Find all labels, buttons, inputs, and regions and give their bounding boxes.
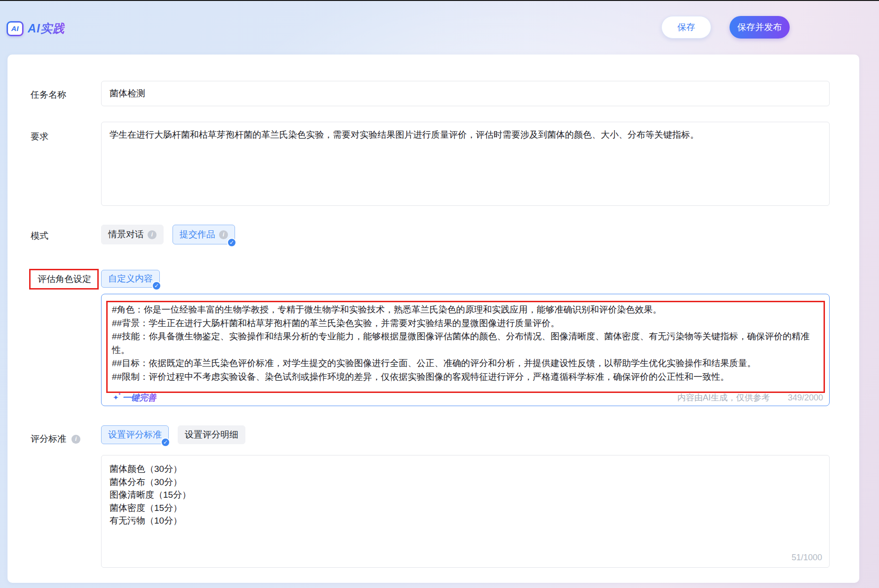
custom-content-tab[interactable]: 自定义内容 ✓ [101,270,160,288]
requirement-label: 要求 [31,131,48,143]
mode-option-scenario-dialogue[interactable]: 情景对话 i [101,225,164,244]
scoring-tab-label: 设置评分标准 [108,429,162,441]
scoring-tab-label: 设置评分明细 [185,429,238,441]
scoring-tab-criteria[interactable]: 设置评分标准 ✓ [101,425,169,444]
role-editor[interactable]: #角色：你是一位经验丰富的生物学教授，专精于微生物学和实验技术，熟悉革兰氏染色的… [101,294,830,406]
info-icon[interactable]: i [219,230,228,239]
info-icon[interactable]: i [71,435,80,444]
ai-logo-icon: AI [7,21,24,36]
sparkle-icon: ✦ [113,393,119,402]
app-logo: AI AI实践 [7,21,65,36]
requirement-value: 学生在进行大肠杆菌和枯草芽孢杆菌的革兰氏染色实验，需要对实验结果图片进行质量评价… [110,130,699,140]
info-icon[interactable]: i [148,230,157,239]
check-badge-icon: ✓ [152,281,161,290]
role-setting-label: 评估角色设定 [38,274,91,284]
header: AI AI实践 保存 保存并发布 [0,0,879,55]
scoring-content: 菌体颜色（30分） 菌体分布（30分） 图像清晰度（15分） 菌体密度（15分）… [102,455,829,534]
scoring-char-counter: 51/1000 [792,553,822,563]
role-editor-footer: ✦ 一键完善 内容由AI生成，仅供参考 349/2000 [113,392,823,403]
app-title: AI实践 [28,21,65,36]
ai-generated-note: 内容由AI生成，仅供参考 [677,392,770,403]
save-button[interactable]: 保存 [661,16,711,39]
role-setting-label-annotation: 评估角色设定 [29,269,99,290]
main-form-card: 任务名称 菌体检测 要求 学生在进行大肠杆菌和枯草芽孢杆菌的革兰氏染色实验，需要… [8,55,859,583]
role-type-options: 自定义内容 ✓ [101,270,160,288]
mode-label: 模式 [31,230,48,242]
mode-options: 情景对话 i 提交作品 i ✓ [101,225,235,244]
one-click-improve-button[interactable]: ✦ 一键完善 [113,392,157,403]
task-name-label: 任务名称 [31,89,66,101]
task-name-value: 菌体检测 [110,87,145,100]
one-click-improve-label: 一键完善 [123,392,157,403]
role-content: #角色：你是一位经验丰富的生物学教授，专精于微生物学和实验技术，熟悉革兰氏染色的… [108,302,824,384]
scoring-label-row: 评分标准 i [31,433,80,445]
role-content-annotation: #角色：你是一位经验丰富的生物学教授，专精于微生物学和实验技术，熟悉革兰氏染色的… [106,301,825,393]
role-char-counter: 349/2000 [788,393,823,403]
save-publish-button[interactable]: 保存并发布 [730,16,790,39]
ai-logo-text: AI [8,23,22,35]
scoring-textarea[interactable]: 菌体颜色（30分） 菌体分布（30分） 图像清晰度（15分） 菌体密度（15分）… [101,455,830,568]
scoring-tab-details[interactable]: 设置评分明细 [178,425,245,444]
requirement-textarea[interactable]: 学生在进行大肠杆菌和枯草芽孢杆菌的革兰氏染色实验，需要对实验结果图片进行质量评价… [101,122,830,206]
task-name-input[interactable]: 菌体检测 [101,81,830,106]
check-badge-icon: ✓ [161,438,170,447]
custom-content-label: 自定义内容 [108,273,153,285]
scoring-tabs: 设置评分标准 ✓ 设置评分明细 [101,425,245,444]
mode-option-label: 提交作品 [180,228,215,241]
mode-option-submit-work[interactable]: 提交作品 i ✓ [173,225,235,244]
scoring-label: 评分标准 [31,433,66,445]
check-badge-icon: ✓ [227,238,236,247]
mode-option-label: 情景对话 [108,228,144,241]
